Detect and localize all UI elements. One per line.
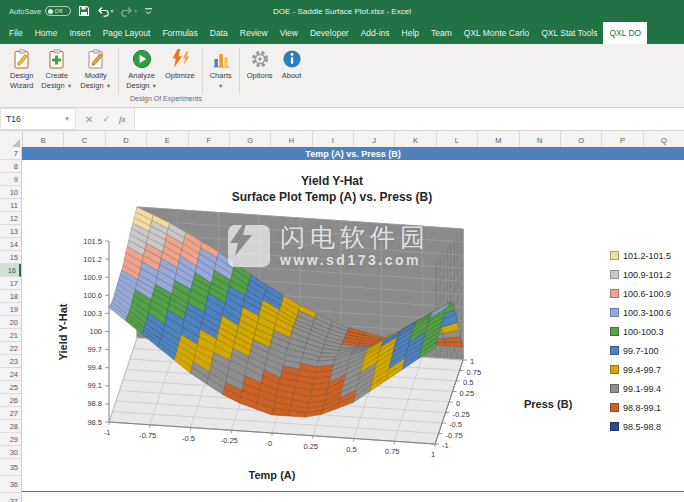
- row-header-25[interactable]: 25: [0, 381, 21, 394]
- row-header-14[interactable]: 14: [0, 238, 21, 251]
- surface-chart[interactable]: -1-0.75-0.5-0.2500.250.50.751-1-0.75-0.5…: [22, 160, 684, 492]
- row-header-8[interactable]: 8: [0, 160, 21, 173]
- legend-item-99-4-99-7[interactable]: 99.4-99.7: [610, 360, 671, 379]
- formula-bar-buttons: ✕ ✓ fx: [76, 108, 135, 130]
- redo-dropdown-icon[interactable]: ▾: [134, 8, 137, 14]
- row-header-17[interactable]: 17: [0, 277, 21, 290]
- tab-page-layout[interactable]: Page Layout: [97, 22, 157, 44]
- tab-qxl-monte-carlo[interactable]: QXL Monte Carlo: [458, 22, 535, 44]
- row-header-29[interactable]: 29: [0, 433, 21, 446]
- ribbon-button-about[interactable]: About: [277, 46, 307, 96]
- tab-file[interactable]: File: [3, 22, 29, 44]
- svg-text:Temp (A): Temp (A): [249, 469, 296, 481]
- row-header-19[interactable]: 19: [0, 303, 21, 316]
- svg-text:0.5: 0.5: [463, 378, 473, 387]
- legend-item-98-8-99-1[interactable]: 98.8-99.1: [610, 398, 671, 417]
- ribbon-button-label: Optimize: [165, 71, 195, 81]
- tab-qxl-do[interactable]: QXL DO: [603, 22, 647, 44]
- cells-area[interactable]: Temp (A) vs. Press (B) -1-0.75-0.5-0.250…: [22, 147, 684, 502]
- tab-qxl-stat-tools[interactable]: QXL Stat Tools: [535, 22, 603, 44]
- qat-customize-icon[interactable]: [144, 7, 153, 16]
- fx-icon[interactable]: fx: [119, 114, 126, 124]
- row-header-20[interactable]: 20: [0, 316, 21, 329]
- legend-item-100-6-100-9[interactable]: 100.6-100.9: [610, 284, 671, 303]
- tab-developer[interactable]: Developer: [304, 22, 355, 44]
- svg-text:0: 0: [456, 399, 460, 408]
- row-header-27[interactable]: 27: [0, 407, 21, 420]
- formula-input[interactable]: [135, 108, 684, 130]
- tab-add-ins[interactable]: Add-ins: [355, 22, 396, 44]
- svg-text:-1: -1: [442, 441, 449, 450]
- tab-insert[interactable]: Insert: [63, 22, 96, 44]
- autosave-toggle[interactable]: AutoSave Off: [9, 6, 71, 16]
- svg-text:-1: -1: [104, 428, 111, 437]
- tab-formulas[interactable]: Formulas: [156, 22, 203, 44]
- ribbon-button-analyze-design[interactable]: AnalyzeDesign ▼: [122, 46, 161, 96]
- tab-view[interactable]: View: [274, 22, 304, 44]
- row-header-37[interactable]: 37: [0, 493, 21, 502]
- tab-review[interactable]: Review: [234, 22, 274, 44]
- svg-text:Yield Y-Hat: Yield Y-Hat: [301, 174, 363, 188]
- ribbon-button-label: Options: [247, 71, 273, 81]
- row-header-30[interactable]: 30: [0, 446, 21, 459]
- row-header-26[interactable]: 26: [0, 394, 21, 407]
- legend-item-99-1-99-4[interactable]: 99.1-99.4: [610, 379, 671, 398]
- legend-item-98-5-98-8[interactable]: 98.5-98.8: [610, 417, 671, 436]
- ribbon-button-label: DesignWizard: [10, 71, 33, 91]
- chevron-down-icon: ▼: [106, 83, 111, 89]
- charts-icon: [210, 47, 232, 71]
- row-header-18[interactable]: 18: [0, 290, 21, 303]
- undo-dropdown-icon[interactable]: ▾: [111, 8, 114, 14]
- chart-panel-header[interactable]: Temp (A) vs. Press (B): [22, 147, 684, 160]
- ribbon-button-create-design[interactable]: CreateDesign ▼: [37, 46, 76, 96]
- row-header-15[interactable]: 15: [0, 251, 21, 264]
- name-box[interactable]: T16 ▼: [0, 108, 76, 130]
- ribbon-tab-bar: FileHomeInsertPage LayoutFormulasDataRev…: [0, 22, 684, 44]
- legend-item-100-9-101-2[interactable]: 100.9-101.2: [610, 265, 671, 284]
- tab-data[interactable]: Data: [204, 22, 234, 44]
- row-header-7[interactable]: 7: [0, 147, 21, 160]
- svg-text:99.7: 99.7: [87, 345, 102, 354]
- row-header-11[interactable]: 11: [0, 199, 21, 212]
- cancel-icon[interactable]: ✕: [85, 114, 93, 125]
- redo-icon[interactable]: ▾: [120, 6, 137, 17]
- ribbon-button-options[interactable]: Options: [243, 46, 277, 96]
- row-header-13[interactable]: 13: [0, 225, 21, 238]
- legend-item-100-100-3[interactable]: 100-100.3: [610, 322, 671, 341]
- row-header-21[interactable]: 21: [0, 329, 21, 342]
- row-header-10[interactable]: 10: [0, 186, 21, 199]
- ribbon-button-charts[interactable]: Charts▼: [206, 46, 236, 96]
- row-header-22[interactable]: 22: [0, 342, 21, 355]
- svg-text:0.25: 0.25: [303, 442, 318, 451]
- title-bar: AutoSave Off ▾ ▾ DOE - Saddle Surface Pl…: [0, 0, 684, 22]
- row-header-12[interactable]: 12: [0, 212, 21, 225]
- row-header-35[interactable]: 35: [0, 459, 21, 476]
- tab-home[interactable]: Home: [29, 22, 64, 44]
- legend-item-99-7-100[interactable]: 99.7-100: [610, 341, 671, 360]
- row-header-36[interactable]: 36: [0, 476, 21, 493]
- legend-item-100-3-100-6[interactable]: 100.3-100.6: [610, 303, 671, 322]
- svg-text:0.75: 0.75: [385, 447, 400, 456]
- legend-label: 101.2-101.5: [623, 251, 671, 261]
- modify-design-icon: [85, 47, 107, 71]
- ribbon-button-design-wizard[interactable]: DesignWizard: [6, 46, 37, 96]
- legend-item-101-2-101-5[interactable]: 101.2-101.5: [610, 246, 671, 265]
- row-header-24[interactable]: 24: [0, 368, 21, 381]
- row-header-23[interactable]: 23: [0, 355, 21, 368]
- row-header-9[interactable]: 9: [0, 173, 21, 186]
- create-design-icon: [46, 47, 68, 71]
- save-icon[interactable]: [78, 5, 90, 17]
- row-header-28[interactable]: 28: [0, 420, 21, 433]
- tab-team[interactable]: Team: [425, 22, 458, 44]
- undo-icon[interactable]: ▾: [97, 6, 114, 17]
- ribbon-button-optimize[interactable]: Optimize: [161, 46, 199, 96]
- tab-help[interactable]: Help: [396, 22, 425, 44]
- legend-label: 100.6-100.9: [623, 289, 671, 299]
- enter-icon[interactable]: ✓: [102, 114, 110, 124]
- row-header-16[interactable]: 16: [0, 264, 21, 277]
- options-icon: [249, 47, 271, 71]
- svg-text:1: 1: [431, 450, 435, 459]
- legend-swatch-icon: [610, 327, 619, 336]
- ribbon-button-modify-design[interactable]: ModifyDesign ▼: [76, 46, 115, 96]
- name-box-dropdown-icon[interactable]: ▼: [64, 116, 70, 122]
